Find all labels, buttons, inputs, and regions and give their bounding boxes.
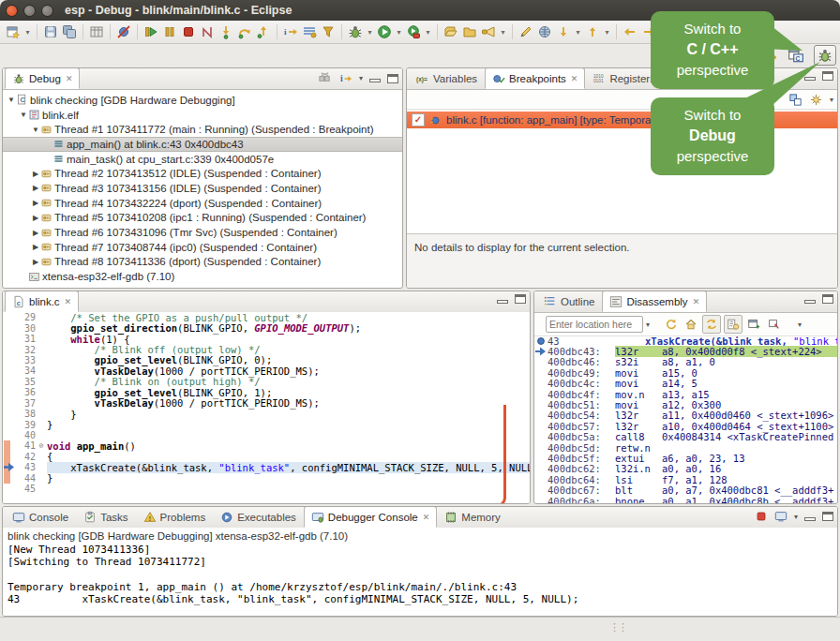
debug-tree-row[interactable]: ▶Thread #3 1073413156 (IDLE) (Suspended … [3,181,402,196]
twisty-icon[interactable]: ▶ [31,229,40,237]
window-maximize-button[interactable] [41,5,53,17]
debug-tree-row[interactable]: ▼Cblink checking [GDB Hardware Debugging… [3,93,402,108]
view-menu-icon[interactable]: ▾ [830,96,833,104]
tab-disassembly[interactable]: Disassembly✕ [602,291,707,312]
debug-icon[interactable] [346,22,365,41]
twisty-icon[interactable]: ▼ [7,96,16,104]
tab-debug[interactable]: Debug ✕ [5,67,80,89]
cpp-perspective-icon[interactable]: C [786,46,806,65]
twisty-icon[interactable]: ▼ [19,111,28,119]
next-annotation-icon[interactable] [554,22,573,41]
twisty-icon[interactable]: ▶ [31,214,40,222]
link-with-debug-icon[interactable] [788,93,802,107]
step-over-icon[interactable] [235,22,254,41]
external-tools-icon[interactable] [404,22,423,41]
code-editor-area[interactable]: 29 /* Set the GPIO as a push/pull output… [3,312,530,503]
pin-view-icon[interactable] [765,316,782,333]
prev-annotation-icon[interactable] [583,22,602,41]
tab-problems[interactable]: !Problems [136,506,214,528]
debug-tree-row[interactable]: ▶Thread #4 1073432224 (dport) (Suspended… [3,196,402,211]
new-wizard-icon[interactable] [4,22,22,41]
refresh-icon[interactable] [663,316,680,333]
minimize-icon[interactable] [804,517,816,521]
debug-tree-row[interactable]: main_task() at cpu_start.c:339 0x400d057… [3,152,402,167]
view-menu-icon[interactable]: ▾ [798,320,802,329]
minimize-icon[interactable] [804,300,816,304]
close-icon[interactable]: ✕ [423,513,430,522]
close-icon[interactable]: ✕ [66,74,73,83]
world-icon[interactable] [535,22,554,41]
view-menu-icon[interactable]: ▾ [359,74,363,82]
tab-tasks[interactable]: Tasks [76,506,135,528]
build-icon[interactable] [87,22,106,41]
maximize-icon[interactable] [387,74,398,83]
dropdown-arrow-icon[interactable]: ▾ [498,28,508,37]
instruction-stepping-mode-icon[interactable]: i [338,71,352,85]
step-return-icon[interactable] [254,22,273,41]
resume-icon[interactable] [142,22,160,41]
debug-tree-row[interactable]: app_main() at blink.c:43 0x400dbc43 [3,137,402,152]
skip-breakpoints-icon[interactable] [114,22,133,41]
tab-blink-c[interactable]: c blink.c ✕ [5,291,79,312]
minimize-icon[interactable] [497,300,508,304]
step-filters-icon[interactable] [319,22,338,41]
sync-context-icon[interactable] [702,315,721,334]
dropdown-arrow-icon[interactable]: ▾ [22,28,33,37]
debug-tree-row[interactable]: ▶Thread #5 1073410208 (ipc1 : Running) (… [3,211,402,226]
maximize-icon[interactable] [515,294,526,304]
minimize-icon[interactable] [369,79,381,82]
twisty-icon[interactable]: ▶ [31,199,40,207]
maximize-icon[interactable] [822,512,833,521]
debug-tree-row[interactable]: ▶Thread #7 1073408744 (ipc0) (Suspended … [3,240,402,255]
tab-outline[interactable]: Outline [536,291,602,312]
close-icon[interactable]: ✕ [693,297,700,306]
tab-console[interactable]: Console [5,506,76,528]
dropdown-arrow-icon[interactable]: ▾ [423,28,433,37]
breakpoint-checkbox[interactable]: ✓ [412,113,425,127]
maximize-icon[interactable] [822,71,833,81]
instruction-stepping-icon[interactable]: i [281,22,300,41]
toggle-mark-icon[interactable] [517,22,535,41]
debug-tree-row[interactable]: ▶Thread #8 1073411336 (dport) (Suspended… [3,255,402,270]
run-icon[interactable] [375,22,394,41]
debug-tree-row[interactable]: ▼Thread #1 1073411772 (main : Running) (… [3,122,402,137]
remove-terminated-icon[interactable] [318,71,332,85]
terminate-console-icon[interactable] [755,510,768,523]
dropdown-arrow-icon[interactable]: ▾ [365,28,375,37]
terminate-icon[interactable] [179,22,198,41]
open-new-view-icon[interactable] [745,316,762,333]
maximize-icon[interactable] [822,294,833,304]
disassembly-listing[interactable]: 43xTaskCreate(&blink_task, "blink_tas400… [534,335,837,503]
tab-debugger-console[interactable]: Debugger Console✕ [304,506,437,528]
twisty-icon[interactable]: ▶ [31,258,40,266]
tab-variables[interactable]: (x)=Variables [409,67,485,89]
dropdown-arrow-icon[interactable]: ▾ [602,28,612,37]
settings-icon[interactable] [809,93,823,107]
tab-memory[interactable]: Memory [437,506,508,528]
location-input[interactable] [546,316,643,333]
step-into-icon[interactable] [217,22,235,41]
tab-breakpoints[interactable]: Breakpoints✕ [485,67,585,89]
twisty-icon[interactable]: ▼ [31,126,40,134]
tab-executables[interactable]: Executables [213,506,304,528]
location-dropdown-icon[interactable]: ▾ [646,320,650,329]
minimize-icon[interactable] [804,77,816,81]
open-resource-icon[interactable] [460,22,479,41]
twisty-icon[interactable]: ▶ [31,243,40,251]
twisty-icon[interactable]: ▶ [31,170,40,178]
twisty-icon[interactable]: ▶ [31,184,40,192]
show-source-icon[interactable] [724,315,742,334]
dropdown-arrow-icon[interactable]: ▾ [794,513,798,521]
window-close-button[interactable] [6,5,18,17]
back-icon[interactable] [621,22,639,41]
memory-monitor-icon[interactable] [300,22,319,41]
home-icon[interactable] [682,316,699,333]
debug-tree-row[interactable]: ▼blink.elf [3,108,402,123]
save-icon[interactable] [41,22,60,41]
statusbar-grip-handle[interactable]: ⋮⋮ [609,621,626,634]
suspend-icon[interactable] [160,22,179,41]
display-console-icon[interactable] [774,510,788,523]
dropdown-arrow-icon[interactable]: ▾ [394,28,404,37]
fold-icon[interactable]: ⊘ [36,441,47,450]
open-type-icon[interactable] [442,22,460,41]
